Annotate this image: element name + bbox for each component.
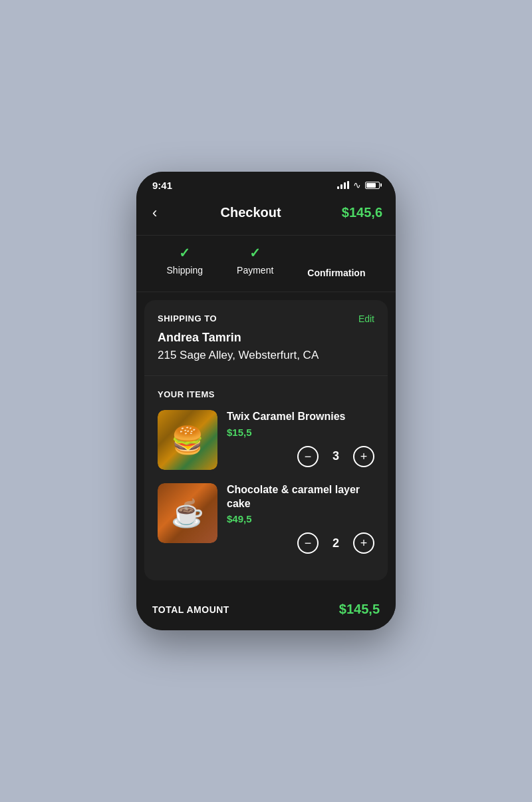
- total-value: $145,5: [339, 602, 380, 617]
- step-confirmation-label: Confirmation: [307, 268, 365, 278]
- shipping-section: SHIPPING TO Edit Andrea Tamrin 215 Sage …: [144, 300, 388, 376]
- burger-image: [158, 410, 217, 470]
- step-payment-label: Payment: [237, 265, 273, 276]
- step-confirmation: Confirmation: [307, 246, 365, 278]
- item-2-quantity-control: − 2 +: [227, 532, 374, 554]
- item-1-increase-button[interactable]: +: [353, 446, 374, 467]
- header: ‹ Checkout $145,6: [136, 196, 396, 236]
- back-button[interactable]: ‹: [150, 202, 160, 224]
- phone-frame: 9:41 ∿ ‹ Checkout $145,6 ✓ Shipping ✓ Pa: [136, 172, 396, 631]
- wifi-icon: ∿: [353, 180, 361, 190]
- item-2-decrease-button[interactable]: −: [297, 532, 319, 554]
- step-payment: ✓ Payment: [237, 246, 273, 276]
- steps-bar: ✓ Shipping ✓ Payment Confirmation: [136, 236, 396, 292]
- battery-icon: [365, 182, 380, 189]
- item-1-name: Twix Caramel Brownies: [227, 410, 374, 424]
- items-section: YOUR ITEMS Twix Caramel Brownies $15,5 −…: [144, 376, 388, 581]
- total-label: TOTAL AMOUNT: [152, 604, 229, 615]
- item-2-name: Chocolate & caramel layer cake: [227, 483, 374, 511]
- status-icons: ∿: [337, 180, 380, 190]
- shipping-check-icon: ✓: [179, 246, 190, 260]
- items-section-title: YOUR ITEMS: [158, 389, 374, 399]
- shipping-address: 215 Sage Alley, Websterfurt, CA: [158, 349, 374, 362]
- item-2-details: Chocolate & caramel layer cake $49,5 − 2…: [227, 483, 374, 554]
- status-time: 9:41: [152, 180, 172, 191]
- item-2-increase-button[interactable]: +: [353, 532, 374, 554]
- edit-button[interactable]: Edit: [358, 313, 374, 324]
- item-2-price: $49,5: [227, 513, 374, 524]
- signal-icon: [337, 181, 349, 189]
- status-bar: 9:41 ∿: [136, 172, 396, 196]
- item-1-quantity-control: − 3 +: [227, 446, 374, 467]
- shipping-header: SHIPPING TO Edit: [158, 313, 374, 324]
- shipping-name: Andrea Tamrin: [158, 331, 374, 345]
- list-item: Twix Caramel Brownies $15,5 − 3 +: [158, 410, 374, 470]
- item-2-quantity: 2: [329, 536, 342, 550]
- coffee-image: [158, 483, 217, 543]
- list-item: Chocolate & caramel layer cake $49,5 − 2…: [158, 483, 374, 554]
- step-shipping-label: Shipping: [167, 265, 203, 276]
- shipping-section-title: SHIPPING TO: [158, 313, 217, 323]
- page-title: Checkout: [221, 205, 281, 220]
- total-bar: TOTAL AMOUNT $145,5: [136, 588, 396, 630]
- item-1-quantity: 3: [329, 449, 342, 463]
- payment-check-icon: ✓: [249, 246, 261, 260]
- item-1-details: Twix Caramel Brownies $15,5 − 3 +: [227, 410, 374, 467]
- item-1-price: $15,5: [227, 427, 374, 438]
- main-content-card: SHIPPING TO Edit Andrea Tamrin 215 Sage …: [144, 300, 388, 581]
- header-price: $145,6: [342, 205, 382, 220]
- item-2-image: [158, 483, 217, 543]
- step-shipping: ✓ Shipping: [167, 246, 203, 276]
- item-1-decrease-button[interactable]: −: [297, 446, 319, 467]
- item-1-image: [158, 410, 217, 470]
